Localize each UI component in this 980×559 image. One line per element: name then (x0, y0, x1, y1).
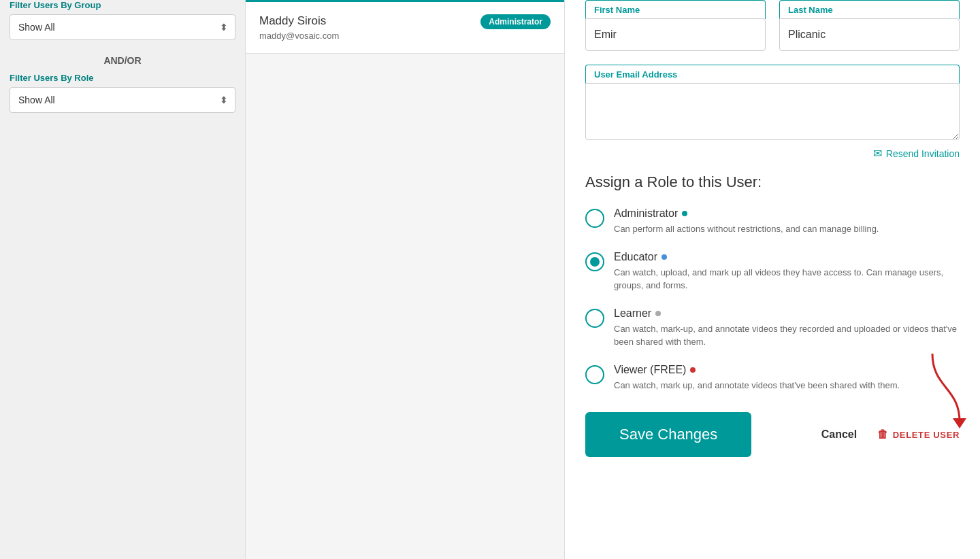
arrow-indicator (919, 347, 973, 431)
role-name-educator: Educator (614, 251, 657, 263)
mail-icon: ✉ (873, 147, 882, 160)
role-dot-educator (662, 254, 667, 260)
first-name-input[interactable] (585, 18, 766, 51)
role-option-administrator[interactable]: Administrator Can perform all actions wi… (585, 207, 960, 236)
email-label: User Email Address (585, 65, 960, 84)
role-option-educator[interactable]: Educator Can watch, upload, and mark up … (585, 251, 960, 292)
bottom-row: Save Changes Cancel 🗑 DELETE USER (585, 412, 960, 457)
user-card-info: Maddy Sirois maddy@vosaic.com (259, 14, 339, 41)
filter-by-role-select[interactable]: Show All (10, 88, 235, 112)
user-card[interactable]: Maddy Sirois maddy@vosaic.com Administra… (246, 0, 564, 54)
filter-by-role-wrapper: Show All (10, 87, 235, 113)
role-name-row-viewer: Viewer (FREE) (614, 364, 900, 376)
trash-icon: 🗑 (877, 428, 889, 441)
role-name-administrator: Administrator (614, 207, 678, 220)
arrow-svg (919, 347, 973, 428)
role-badge: Administrator (480, 14, 551, 29)
left-panel: Filter Users By Group Show All AND/OR Fi… (0, 0, 245, 559)
assign-role-title: Assign a Role to this User: (585, 173, 960, 191)
filter-by-group-section: Filter Users By Group Show All (10, 0, 235, 40)
role-content-administrator: Administrator Can perform all actions wi… (614, 207, 879, 236)
radio-educator[interactable] (585, 252, 604, 271)
edit-user-panel: First Name Last Name User Email Address … (565, 0, 980, 559)
role-content-learner: Learner Can watch, mark-up, and annotate… (614, 307, 960, 349)
svg-marker-0 (953, 418, 966, 428)
first-name-group: First Name (585, 0, 766, 51)
user-name: Maddy Sirois (259, 14, 339, 28)
role-name-row-educator: Educator (614, 251, 960, 263)
cancel-button[interactable]: Cancel (821, 428, 857, 441)
role-name-row-learner: Learner (614, 307, 960, 320)
role-name-viewer: Viewer (FREE) (614, 364, 686, 376)
role-desc-administrator: Can perform all actions without restrict… (614, 222, 879, 236)
role-content-viewer: Viewer (FREE) Can watch, mark up, and an… (614, 364, 900, 392)
filter-by-group-label: Filter Users By Group (10, 0, 235, 10)
email-section: User Email Address (585, 65, 960, 140)
last-name-group: Last Name (779, 0, 960, 51)
resend-label: Resend Invitation (886, 148, 960, 159)
role-option-learner[interactable]: Learner Can watch, mark-up, and annotate… (585, 307, 960, 349)
delete-section: 🗑 DELETE USER (877, 428, 960, 441)
bottom-right-actions: Cancel 🗑 DELETE USER (821, 428, 960, 441)
role-name-learner: Learner (614, 307, 651, 320)
role-content-educator: Educator Can watch, upload, and mark up … (614, 251, 960, 292)
radio-viewer[interactable] (585, 365, 604, 384)
filter-by-group-wrapper: Show All (10, 14, 235, 40)
role-desc-learner: Can watch, mark-up, and annotate videos … (614, 322, 960, 349)
role-dot-learner (655, 311, 661, 316)
role-name-row-administrator: Administrator (614, 207, 879, 220)
last-name-label: Last Name (779, 0, 960, 19)
role-desc-educator: Can watch, upload, and mark up all video… (614, 266, 960, 292)
first-name-label: First Name (585, 0, 766, 19)
filter-by-group-select[interactable]: Show All (10, 15, 235, 39)
role-option-viewer[interactable]: Viewer (FREE) Can watch, mark up, and an… (585, 364, 960, 392)
save-changes-button[interactable]: Save Changes (585, 412, 751, 457)
role-dot-administrator (682, 211, 687, 216)
name-row: First Name Last Name (585, 0, 960, 51)
filter-by-role-section: Filter Users By Role Show All (10, 73, 235, 113)
role-dot-viewer (690, 367, 696, 373)
role-desc-viewer: Can watch, mark up, and annotate videos … (614, 379, 900, 392)
email-field-group: User Email Address (585, 65, 960, 140)
filter-by-role-label: Filter Users By Role (10, 73, 235, 83)
and-or-label: AND/OR (10, 48, 235, 73)
radio-learner[interactable] (585, 309, 604, 328)
email-input[interactable] (585, 83, 960, 140)
user-email: maddy@vosaic.com (259, 31, 339, 41)
resend-row: ✉ Resend Invitation (585, 147, 960, 160)
user-list-panel: Maddy Sirois maddy@vosaic.com Administra… (245, 0, 565, 559)
resend-invitation-button[interactable]: ✉ Resend Invitation (873, 147, 960, 160)
last-name-input[interactable] (779, 18, 960, 51)
radio-administrator[interactable] (585, 209, 604, 228)
